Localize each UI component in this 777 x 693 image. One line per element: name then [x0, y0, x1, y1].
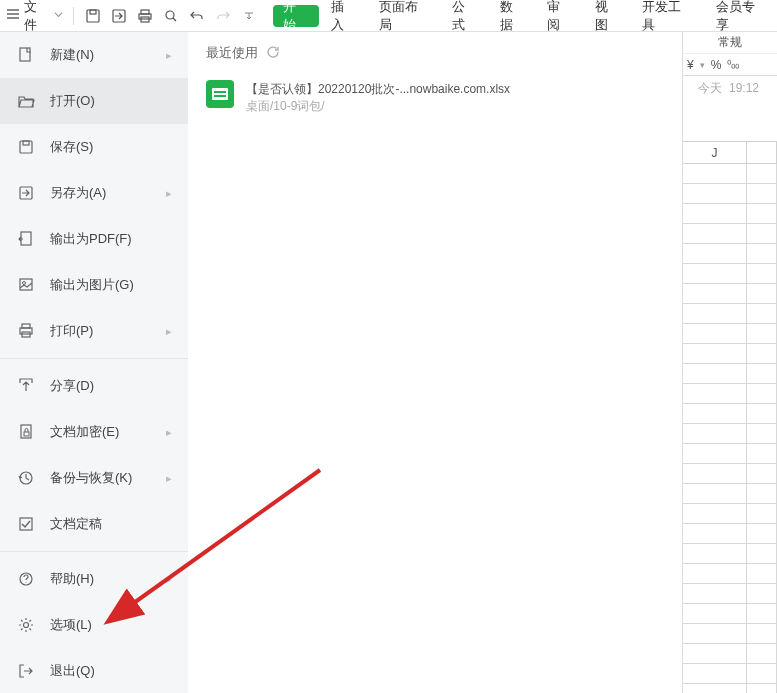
grid-cell[interactable]: [683, 344, 747, 364]
grid-cell[interactable]: [747, 304, 777, 324]
preview-icon[interactable]: [159, 4, 183, 28]
menu-open[interactable]: 打开(O): [0, 78, 188, 124]
tab-review[interactable]: 审阅: [537, 0, 583, 31]
currency-format-icon[interactable]: ¥: [687, 58, 694, 72]
grid-cell[interactable]: [683, 504, 747, 524]
grid-cell[interactable]: [747, 664, 777, 684]
grid-cell[interactable]: [747, 484, 777, 504]
column-header-next[interactable]: [747, 142, 777, 164]
save-icon[interactable]: [81, 4, 105, 28]
menu-save-as[interactable]: 另存为(A) ▸: [0, 170, 188, 216]
grid-cell[interactable]: [747, 324, 777, 344]
menu-encrypt[interactable]: 文档加密(E) ▸: [0, 409, 188, 455]
grid-cell[interactable]: [747, 364, 777, 384]
submenu-arrow-icon: ▸: [166, 49, 172, 62]
grid-cell[interactable]: [683, 384, 747, 404]
grid-cell[interactable]: [747, 404, 777, 424]
undo-icon[interactable]: [185, 4, 209, 28]
column-header-j[interactable]: J: [683, 142, 747, 164]
refresh-icon[interactable]: [266, 45, 280, 62]
grid-cell[interactable]: [747, 344, 777, 364]
grid-cell[interactable]: [683, 164, 747, 184]
grid-cell[interactable]: [683, 264, 747, 284]
grid-cell[interactable]: [683, 444, 747, 464]
print-icon[interactable]: [133, 4, 157, 28]
grid-cell[interactable]: [683, 364, 747, 384]
hamburger-icon: [6, 7, 20, 25]
grid-cell[interactable]: [683, 204, 747, 224]
grid-cell[interactable]: [747, 504, 777, 524]
file-menu-button[interactable]: 文件: [0, 0, 69, 31]
grid-cell[interactable]: [683, 544, 747, 564]
grid-cell[interactable]: [683, 584, 747, 604]
menu-export-image[interactable]: 输出为图片(G): [0, 262, 188, 308]
grid-cell[interactable]: [747, 204, 777, 224]
grid-cell[interactable]: [747, 384, 777, 404]
grid-cell[interactable]: [747, 644, 777, 664]
grid-cell[interactable]: [747, 224, 777, 244]
grid-cell[interactable]: [683, 324, 747, 344]
grid-cell[interactable]: [683, 604, 747, 624]
grid-cell[interactable]: [683, 484, 747, 504]
grid-cell[interactable]: [683, 684, 747, 693]
grid-cell[interactable]: [683, 564, 747, 584]
grid-cell[interactable]: [683, 244, 747, 264]
menu-new[interactable]: 新建(N) ▸: [0, 32, 188, 78]
menu-help[interactable]: 帮助(H) ▸: [0, 556, 188, 602]
grid-row: [683, 544, 777, 564]
currency-dropdown-icon[interactable]: ▾: [700, 60, 705, 70]
grid-cell[interactable]: [747, 264, 777, 284]
redo-icon[interactable]: [211, 4, 235, 28]
menu-backup[interactable]: 备份与恢复(K) ▸: [0, 455, 188, 501]
percent-format-icon[interactable]: %: [711, 58, 722, 72]
grid-cell[interactable]: [683, 184, 747, 204]
grid-cell[interactable]: [683, 224, 747, 244]
tab-data[interactable]: 数据: [490, 0, 536, 31]
grid-cell[interactable]: [683, 664, 747, 684]
grid-cell[interactable]: [747, 184, 777, 204]
submenu-arrow-icon: ▸: [166, 472, 172, 485]
help-icon: [16, 569, 36, 589]
tab-layout[interactable]: 页面布局: [369, 0, 440, 31]
grid-cell[interactable]: [683, 524, 747, 544]
tab-member[interactable]: 会员专享: [706, 0, 777, 31]
menu-export-pdf[interactable]: 输出为PDF(F): [0, 216, 188, 262]
grid-cell[interactable]: [747, 284, 777, 304]
save-as-icon[interactable]: [107, 4, 131, 28]
grid-cell[interactable]: [747, 684, 777, 693]
grid-cell[interactable]: [683, 404, 747, 424]
menu-share[interactable]: 分享(D): [0, 363, 188, 409]
grid-cell[interactable]: [747, 464, 777, 484]
grid-cell[interactable]: [747, 424, 777, 444]
grid-cell[interactable]: [683, 304, 747, 324]
menu-options[interactable]: 选项(L): [0, 602, 188, 648]
menu-finalize[interactable]: 文档定稿: [0, 501, 188, 547]
grid-cell[interactable]: [747, 624, 777, 644]
tab-formula[interactable]: 公式: [442, 0, 488, 31]
grid-cell[interactable]: [683, 424, 747, 444]
grid-cell[interactable]: [683, 284, 747, 304]
toolbar-more-icon[interactable]: [237, 4, 261, 28]
grid-cell[interactable]: [683, 644, 747, 664]
grid-cell[interactable]: [747, 584, 777, 604]
grid-cell[interactable]: [747, 564, 777, 584]
grid-row: [683, 464, 777, 484]
grid-cell[interactable]: [683, 464, 747, 484]
grid-cell[interactable]: [747, 164, 777, 184]
grid-cell[interactable]: [747, 244, 777, 264]
grid-cell[interactable]: [683, 624, 747, 644]
grid-cell[interactable]: [747, 524, 777, 544]
tab-dev[interactable]: 开发工具: [632, 0, 703, 31]
decimal-format-icon[interactable]: ⁰₀₀: [727, 58, 739, 71]
tab-insert[interactable]: 插入: [321, 0, 367, 31]
menu-save[interactable]: 保存(S): [0, 124, 188, 170]
grid-cell[interactable]: [747, 604, 777, 624]
tab-start[interactable]: 开始: [273, 5, 319, 27]
menu-print[interactable]: 打印(P) ▸: [0, 308, 188, 354]
submenu-arrow-icon: ▸: [166, 325, 172, 338]
file-name: 【是否认领】20220120批次-...nowbaike.com.xlsx: [246, 80, 686, 98]
grid-cell[interactable]: [747, 544, 777, 564]
tab-view[interactable]: 视图: [585, 0, 631, 31]
menu-exit[interactable]: 退出(Q): [0, 648, 188, 693]
grid-cell[interactable]: [747, 444, 777, 464]
